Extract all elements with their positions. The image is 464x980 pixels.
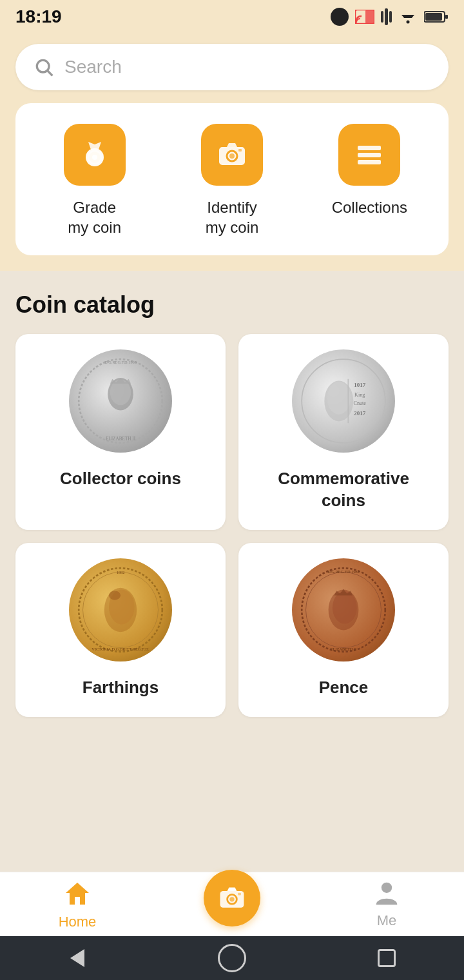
svg-text:VICTORIA D:G:BRITT:REG:F:D:: VICTORIA D:G:BRITT:REG:F:D: bbox=[92, 647, 150, 651]
svg-rect-7 bbox=[425, 13, 442, 21]
nav-me[interactable]: Me bbox=[309, 880, 464, 929]
camera-nav-icon bbox=[217, 883, 247, 914]
list-icon bbox=[353, 138, 386, 172]
svg-text:1882: 1882 bbox=[117, 570, 125, 574]
pence-coin-image: ELIZABETH II D.G.REG.F.D.1982 bbox=[292, 558, 395, 662]
status-bar: 18:19 bbox=[0, 0, 464, 34]
android-nav-bar bbox=[0, 936, 464, 980]
me-nav-label: Me bbox=[377, 912, 397, 929]
grade-label: Grademy coin bbox=[68, 197, 121, 237]
wifi-icon bbox=[398, 10, 418, 24]
svg-rect-1 bbox=[365, 10, 374, 24]
svg-text:ELIZABETH II: ELIZABETH II bbox=[331, 647, 356, 651]
battery-icon bbox=[424, 10, 449, 23]
android-back-button[interactable] bbox=[59, 940, 95, 976]
camera-icon bbox=[215, 138, 249, 172]
collector-coin-image: ELIZABETH II D.G.REG.F.D.1968 bbox=[69, 349, 172, 453]
medal-icon bbox=[78, 138, 111, 172]
identify-my-coin-button[interactable]: Identifymy coin bbox=[163, 124, 300, 237]
svg-text:King: King bbox=[354, 392, 365, 398]
status-time: 18:19 bbox=[15, 6, 62, 27]
svg-text:2017: 2017 bbox=[354, 410, 366, 416]
quick-actions-wrapper: Grademy coin Identifymy coin bbox=[0, 103, 464, 271]
search-placeholder-text: Search bbox=[64, 57, 122, 77]
farthings-card[interactable]: VICTORIA D:G:BRITT:REG:F:D: 1882 Farthin… bbox=[15, 543, 226, 717]
collections-label: Collections bbox=[332, 197, 407, 217]
status-icons bbox=[331, 8, 449, 26]
collector-coins-card[interactable]: ELIZABETH II D.G.REG.F.D.1968 Collector … bbox=[15, 334, 226, 530]
svg-point-15 bbox=[229, 153, 235, 159]
android-recent-button[interactable] bbox=[369, 940, 405, 976]
svg-rect-16 bbox=[238, 149, 242, 152]
svg-point-50 bbox=[382, 882, 392, 892]
svg-rect-49 bbox=[238, 892, 241, 895]
search-container: Search bbox=[0, 34, 464, 103]
svg-text:D.G.REG.F.D.1968: D.G.REG.F.D.1968 bbox=[104, 360, 137, 365]
back-icon bbox=[70, 949, 84, 967]
pence-label: Pence bbox=[319, 677, 369, 699]
svg-point-37 bbox=[109, 591, 121, 600]
android-recent-icon bbox=[378, 949, 396, 967]
cast-icon bbox=[355, 10, 374, 24]
svg-text:D.G.REG.F.D.1982: D.G.REG.F.D.1982 bbox=[327, 569, 360, 574]
svg-point-4 bbox=[407, 21, 410, 24]
camera-nav-button[interactable] bbox=[204, 870, 260, 926]
farthings-label: Farthings bbox=[82, 677, 159, 699]
svg-rect-19 bbox=[358, 160, 381, 164]
svg-point-48 bbox=[229, 897, 234, 901]
farthings-coin-image: VICTORIA D:G:BRITT:REG:F:D: 1882 bbox=[69, 558, 172, 662]
svg-point-8 bbox=[37, 60, 49, 72]
collector-coins-label: Collector coins bbox=[60, 468, 181, 490]
identify-label: Identifymy coin bbox=[206, 197, 259, 237]
android-home-button[interactable] bbox=[214, 940, 250, 976]
commemorative-coins-label: Commemorativecoins bbox=[278, 468, 409, 512]
svg-text:ELIZABETH II: ELIZABETH II bbox=[106, 437, 136, 442]
collections-button[interactable]: Collections bbox=[301, 124, 438, 217]
svg-line-9 bbox=[48, 71, 52, 75]
grade-my-coin-button[interactable]: Grademy coin bbox=[26, 124, 163, 237]
grade-icon-bg bbox=[64, 124, 126, 186]
home-nav-label: Home bbox=[59, 914, 97, 930]
collections-icon-bg bbox=[338, 124, 400, 186]
svg-rect-6 bbox=[445, 15, 448, 19]
svg-point-27 bbox=[327, 382, 351, 415]
bottom-nav: Home Me bbox=[0, 872, 464, 936]
catalog-grid: ELIZABETH II D.G.REG.F.D.1968 Collector … bbox=[15, 334, 449, 716]
search-icon bbox=[34, 57, 54, 77]
svg-point-43 bbox=[333, 591, 357, 623]
search-bar[interactable]: Search bbox=[15, 44, 449, 90]
quick-actions-card: Grademy coin Identifymy coin bbox=[15, 103, 449, 255]
nav-camera[interactable] bbox=[155, 883, 309, 926]
nav-home[interactable]: Home bbox=[0, 879, 155, 930]
svg-text:1017: 1017 bbox=[354, 382, 366, 388]
svg-rect-18 bbox=[358, 153, 381, 157]
vibrate-icon bbox=[381, 8, 392, 25]
svg-point-12 bbox=[92, 155, 97, 160]
status-dot bbox=[331, 8, 349, 26]
svg-rect-17 bbox=[358, 146, 381, 150]
me-icon bbox=[374, 880, 400, 908]
pence-card[interactable]: ELIZABETH II D.G.REG.F.D.1982 Pence bbox=[238, 543, 449, 717]
android-home-icon bbox=[218, 944, 246, 972]
commemorative-coin-image: 1017 King Cnute 2017 bbox=[292, 349, 395, 453]
identify-icon-bg bbox=[201, 124, 263, 186]
commemorative-coins-card[interactable]: 1017 King Cnute 2017 Commemorativecoins bbox=[238, 334, 449, 530]
home-icon bbox=[63, 879, 92, 910]
svg-text:Cnute: Cnute bbox=[354, 401, 367, 407]
catalog-title: Coin catalog bbox=[15, 291, 449, 318]
